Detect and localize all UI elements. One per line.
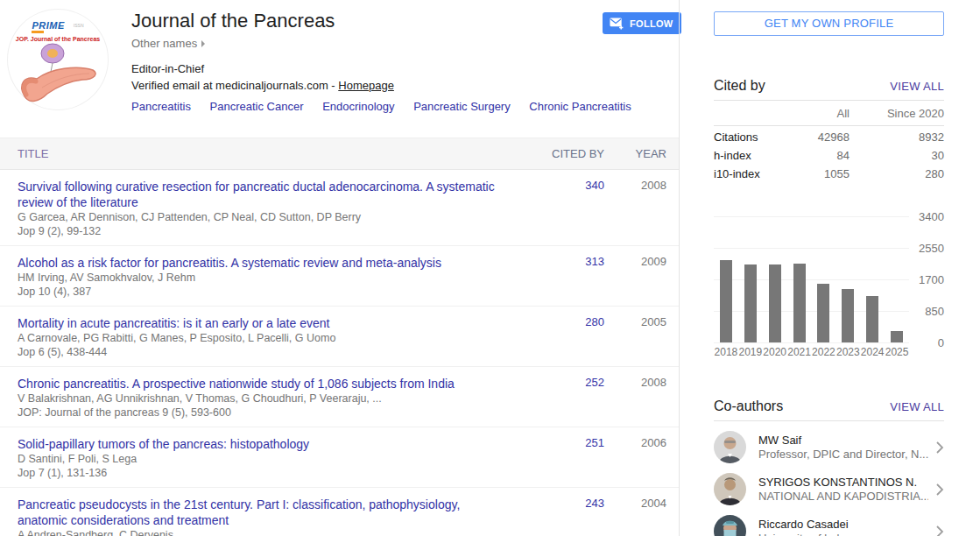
chart-bars	[714, 216, 909, 342]
expand-arrow-icon	[201, 40, 205, 47]
chart-ytick-label: 0	[938, 336, 944, 349]
cited-by-count-link[interactable]: 313	[508, 255, 604, 299]
page-title: Journal of the Pancreas	[131, 11, 679, 32]
chart-ytick-label: 3400	[919, 210, 944, 223]
col-all-label: All	[771, 107, 850, 120]
article-year: 2008	[604, 179, 666, 238]
profile-role: Editor-in-Chief	[131, 62, 679, 75]
article-authors: A Carnovale, PG Rabitti, G Manes, P Espo…	[18, 332, 496, 345]
coauthors-title: Co-authors	[714, 398, 783, 414]
citations-bar-2021[interactable]	[793, 264, 806, 342]
coauthor-row[interactable]: SYRIGOS KONSTANTINOS N. NATIONAL AND KAP…	[714, 473, 944, 505]
citations-bar-2018[interactable]	[720, 260, 732, 342]
pancreas-illustration-icon	[7, 42, 109, 110]
cited-by-count-link[interactable]: 251	[508, 436, 604, 480]
coauthor-affiliation: NATIONAL AND KAPODISTRIA...	[758, 490, 928, 504]
stats-column-headers: All Since 2020	[714, 101, 944, 126]
coauthor-avatar	[714, 431, 746, 463]
chart-xtick-label: 2020	[763, 346, 787, 358]
cited-by-title: Cited by	[714, 78, 765, 94]
coauthor-affiliation: University of bologna	[758, 532, 928, 536]
chart-ytick-label: 850	[925, 305, 944, 318]
interest-tag-pancreatic-cancer[interactable]: Pancreatic Cancer	[210, 100, 304, 113]
chart-xtick-label: 2025	[885, 346, 909, 358]
article-authors: A Andren-Sandberg, C Dervenis	[18, 529, 496, 536]
coauthors-section: Co-authors VIEW ALL	[714, 398, 944, 536]
cited-by-count-link[interactable]: 252	[508, 376, 604, 420]
interest-tag-pancreatic-surgery[interactable]: Pancreatic Surgery	[413, 100, 511, 113]
coauthor-avatar	[714, 473, 746, 505]
cited-by-count-link[interactable]: 243	[508, 497, 604, 536]
article-year: 2006	[604, 436, 666, 480]
col-since-label: Since 2020	[850, 107, 944, 120]
citations-bar-2025[interactable]	[891, 331, 903, 342]
sort-by-year-header[interactable]: YEAR	[604, 147, 666, 160]
citations-bar-2020[interactable]	[769, 264, 781, 342]
coauthor-name: MW Saif	[758, 434, 928, 448]
citations-bar-2023[interactable]	[842, 289, 854, 342]
chevron-right-icon[interactable]	[935, 525, 944, 536]
homepage-link[interactable]: Homepage	[338, 79, 394, 92]
article-row: Solid-papillary tumors of the pancreas: …	[0, 427, 679, 488]
citations-chart-plot	[714, 216, 909, 342]
chart-xtick-label: 2024	[860, 346, 885, 358]
coauthor-row[interactable]: Riccardo Casadei University of bologna	[714, 515, 944, 536]
follow-button[interactable]: FOLLOW	[603, 12, 681, 34]
article-title-link[interactable]: Survival following curative resection fo…	[18, 179, 496, 210]
sidebar: GET MY OWN PROFILE Cited by VIEW ALL All…	[696, 0, 963, 536]
coauthors-view-all-link[interactable]: VIEW ALL	[890, 400, 944, 413]
stat-row-h-index: h-index 84 30	[714, 149, 944, 163]
cited-by-count-link[interactable]: 280	[508, 315, 604, 359]
article-year: 2008	[604, 376, 666, 420]
avatar-caption: JOP. Journal of the Pancreas	[7, 36, 109, 42]
article-row: Chronic pancreatitis. A prospective nati…	[0, 367, 679, 427]
article-venue: Jop 10 (4), 387	[18, 286, 496, 299]
get-my-own-profile-button[interactable]: GET MY OWN PROFILE	[714, 11, 944, 36]
cited-by-count-link[interactable]: 340	[508, 179, 604, 238]
citations-chart: 20182019202020212022202320242025 0850170…	[714, 216, 944, 358]
other-names-toggle[interactable]: Other names	[131, 37, 205, 50]
article-year: 2004	[604, 497, 666, 536]
journal-avatar: PRIME ISSN JOP. Journal of the Pancreas	[7, 9, 109, 110]
interest-tag-pancreatitis[interactable]: Pancreatitis	[131, 100, 191, 113]
divider	[714, 420, 944, 421]
article-title-link[interactable]: Mortality in acute pancreatitis: is it a…	[18, 315, 496, 331]
coauthor-name: Riccardo Casadei	[758, 518, 928, 532]
stat-row-citations: Citations 42968 8932	[714, 130, 944, 145]
interest-tag-chronic-pancreatitis[interactable]: Chronic Pancreatitis	[529, 100, 631, 113]
citations-bar-2022[interactable]	[817, 284, 829, 342]
main-column: PRIME ISSN JOP. Journal of the Pancreas	[0, 0, 679, 536]
profile-info: Journal of the Pancreas Other names Edit…	[131, 0, 679, 113]
article-title-link[interactable]: Solid-papillary tumors of the pancreas: …	[18, 436, 496, 452]
articles-table-header: TITLE CITED BY YEAR	[0, 138, 679, 170]
sort-by-cited-header[interactable]: CITED BY	[508, 147, 604, 160]
article-year: 2005	[604, 315, 666, 359]
chevron-right-icon[interactable]	[935, 441, 944, 455]
chart-ytick-label: 1700	[919, 273, 944, 286]
chart-xtick-label: 2023	[835, 346, 860, 358]
profile-header: PRIME ISSN JOP. Journal of the Pancreas	[0, 0, 679, 138]
article-title-link[interactable]: Alcohol as a risk factor for pancreatiti…	[18, 255, 496, 271]
coauthor-name: SYRIGOS KONSTANTINOS N.	[758, 476, 928, 490]
chevron-right-icon[interactable]	[935, 483, 944, 497]
interest-tag-endocrinology[interactable]: Endocrinology	[322, 100, 394, 113]
sort-by-title-header[interactable]: TITLE	[18, 147, 508, 160]
chart-xtick-label: 2021	[787, 346, 812, 358]
citations-bar-2019[interactable]	[744, 264, 757, 342]
stat-row-i10-index: i10-index 1055 280	[714, 167, 944, 181]
article-venue: Jop 9 (2), 99-132	[18, 225, 496, 238]
article-title-link[interactable]: Pancreatic pseudocysts in the 21st centu…	[18, 497, 496, 528]
article-authors: D Santini, F Poli, S Lega	[18, 453, 496, 466]
coauthor-row[interactable]: MW Saif Professor, DPIC and Director, N.…	[714, 431, 944, 463]
article-title-link[interactable]: Chronic pancreatitis. A prospective nati…	[18, 376, 496, 391]
interest-tags: Pancreatitis Pancreatic Cancer Endocrino…	[131, 100, 679, 113]
coauthor-affiliation: Professor, DPIC and Director, N...	[758, 448, 928, 462]
cited-by-view-all-link[interactable]: VIEW ALL	[890, 80, 944, 93]
article-row: Survival following curative resection fo…	[0, 170, 679, 246]
article-venue: Jop 6 (5), 438-444	[18, 346, 496, 359]
chart-ytick-label: 2550	[919, 242, 944, 255]
citations-bar-2024[interactable]	[866, 296, 878, 342]
article-venue: JOP: Journal of the pancreas 9 (5), 593-…	[18, 406, 496, 420]
vertical-divider	[679, 0, 680, 536]
verified-email: Verified email at medicinaljournals.com …	[131, 79, 679, 92]
